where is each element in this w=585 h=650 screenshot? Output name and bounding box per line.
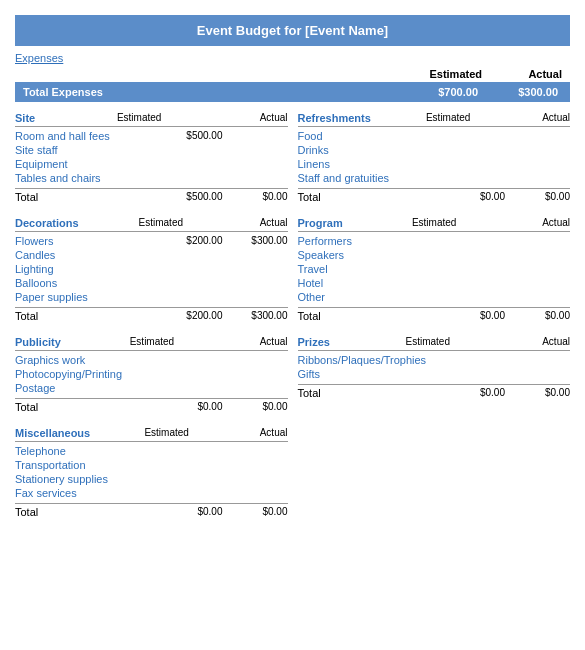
actual-header: Actual (486, 68, 566, 80)
misc-actual-head: Actual (222, 427, 287, 439)
refreshments-section: Refreshments Estimated Actual Food Drink… (298, 112, 571, 203)
publicity-section: Publicity Estimated Actual Graphics work… (15, 336, 288, 413)
site-title: Site (15, 112, 35, 124)
program-actual-head: Actual (505, 217, 570, 229)
total-expenses-label: Total Expenses (23, 86, 402, 98)
total-expenses-estimated: $700.00 (402, 86, 482, 98)
miscellaneous-title: Miscellaneous (15, 427, 90, 439)
estimated-header: Estimated (406, 68, 486, 80)
expenses-label: Expenses (15, 52, 570, 64)
publicity-total-row: Total $0.00 $0.00 (15, 398, 288, 413)
list-item: Equipment (15, 157, 288, 171)
list-item: Room and hall fees $500.00 (15, 129, 288, 143)
list-item: Speakers (298, 248, 571, 262)
list-item: Ribbons/Plaques/Trophies (298, 353, 571, 367)
list-item: Flowers $200.00 $300.00 (15, 234, 288, 248)
program-title: Program (298, 217, 343, 229)
program-total-row: Total $0.00 $0.00 (298, 307, 571, 322)
prizes-total-row: Total $0.00 $0.00 (298, 384, 571, 399)
refreshments-title: Refreshments (298, 112, 371, 124)
list-item: Balloons (15, 276, 288, 290)
decorations-actual-head: Actual (222, 217, 287, 229)
prizes-estimated-head: Estimated (385, 336, 450, 348)
site-total-row: Total $500.00 $0.00 (15, 188, 288, 203)
list-item: Staff and gratuities (298, 171, 571, 185)
list-item: Stationery supplies (15, 472, 288, 486)
empty-section (298, 427, 571, 518)
publicity-actual-head: Actual (223, 336, 288, 348)
publicity-estimated-head: Estimated (109, 336, 174, 348)
program-section: Program Estimated Actual Performers Spea… (298, 217, 571, 322)
site-estimated-head: Estimated (96, 112, 161, 124)
header-title: Event Budget for [Event Name] (197, 23, 388, 38)
list-item: Other (298, 290, 571, 304)
site-section: Site Estimated Actual Room and hall fees… (15, 112, 288, 203)
miscellaneous-total-row: Total $0.00 $0.00 (15, 503, 288, 518)
list-item: Tables and chairs (15, 171, 288, 185)
misc-estimated-head: Estimated (124, 427, 189, 439)
list-item: Telephone (15, 444, 288, 458)
row-3: Publicity Estimated Actual Graphics work… (15, 336, 570, 413)
decorations-estimated-head: Estimated (118, 217, 183, 229)
refreshments-actual-head: Actual (505, 112, 570, 124)
total-expenses-actual: $300.00 (482, 86, 562, 98)
column-headers: Estimated Actual (15, 68, 570, 80)
decorations-total-row: Total $200.00 $300.00 (15, 307, 288, 322)
program-estimated-head: Estimated (391, 217, 456, 229)
list-item: Food (298, 129, 571, 143)
site-actual-head: Actual (223, 112, 288, 124)
list-item: Drinks (298, 143, 571, 157)
prizes-section: Prizes Estimated Actual Ribbons/Plaques/… (298, 336, 571, 413)
list-item: Fax services (15, 486, 288, 500)
decorations-title: Decorations (15, 217, 79, 229)
list-item: Site staff (15, 143, 288, 157)
row-2: Decorations Estimated Actual Flowers $20… (15, 217, 570, 322)
row-1: Site Estimated Actual Room and hall fees… (15, 112, 570, 203)
decorations-section: Decorations Estimated Actual Flowers $20… (15, 217, 288, 322)
row-4: Miscellaneous Estimated Actual Telephone… (15, 427, 570, 518)
list-item: Hotel (298, 276, 571, 290)
refreshments-estimated-head: Estimated (405, 112, 470, 124)
list-item: Lighting (15, 262, 288, 276)
list-item: Performers (298, 234, 571, 248)
list-item: Photocopying/Printing (15, 367, 288, 381)
list-item: Graphics work (15, 353, 288, 367)
prizes-title: Prizes (298, 336, 330, 348)
refreshments-total-row: Total $0.00 $0.00 (298, 188, 571, 203)
miscellaneous-section: Miscellaneous Estimated Actual Telephone… (15, 427, 288, 518)
list-item: Travel (298, 262, 571, 276)
publicity-title: Publicity (15, 336, 61, 348)
list-item: Postage (15, 381, 288, 395)
total-expenses-row: Total Expenses $700.00 $300.00 (15, 82, 570, 102)
list-item: Paper supplies (15, 290, 288, 304)
list-item: Transportation (15, 458, 288, 472)
list-item: Candles (15, 248, 288, 262)
page-header: Event Budget for [Event Name] (15, 15, 570, 46)
list-item: Gifts (298, 367, 571, 381)
prizes-actual-head: Actual (505, 336, 570, 348)
list-item: Linens (298, 157, 571, 171)
